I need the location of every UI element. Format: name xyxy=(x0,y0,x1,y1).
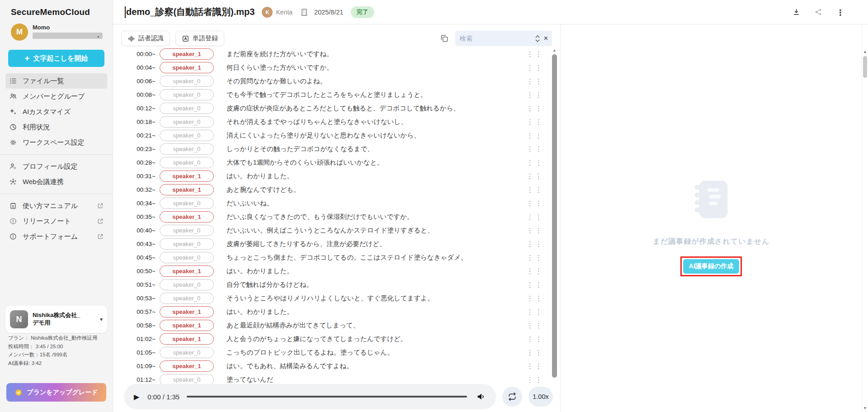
row-text[interactable]: そういうところやはりメリハリよくしないと、すぐ悪化してますよ。 xyxy=(226,294,434,303)
speaker-badge[interactable]: speaker_1 xyxy=(160,320,214,331)
row-menu-icon[interactable]: ⋮ ⋮ xyxy=(527,93,542,97)
row-text[interactable]: それが消えるまでやっぱりちゃんと塗らなきゃいけないし、 xyxy=(226,118,407,126)
volume-icon[interactable] xyxy=(476,392,486,402)
scroll-up-icon[interactable]: ▲ xyxy=(552,48,557,52)
seek-bar[interactable] xyxy=(187,396,467,398)
row-menu-icon[interactable]: ⋮ ⋮ xyxy=(527,256,542,260)
transcript-row[interactable]: 00:40~ speaker_0 だいぶいい。例えばこういうところなんかステロイ… xyxy=(127,223,560,237)
transcript-row[interactable]: 00:28~ speaker_0 大体でも1週間からそのくらい頑張ればいいかなと… xyxy=(127,156,560,169)
sidebar-item-support-form[interactable]: サポートフォーム xyxy=(5,229,107,244)
transcript-row[interactable]: 00:50~ speaker_1 はい。わかりました。 ⋮ ⋮ xyxy=(127,264,560,278)
row-text[interactable]: 皮膚が萎縮してきたりするから、注意が必要だけど、 xyxy=(226,240,386,248)
row-menu-icon[interactable]: ⋮ ⋮ xyxy=(527,120,542,124)
row-menu-icon[interactable]: ⋮ ⋮ xyxy=(527,310,542,314)
row-menu-icon[interactable]: ⋮ ⋮ xyxy=(527,323,542,327)
row-text[interactable]: はい。わかりました。 xyxy=(226,308,293,316)
row-menu-icon[interactable]: ⋮ ⋮ xyxy=(527,174,542,178)
row-menu-icon[interactable]: ⋮ ⋮ xyxy=(527,215,542,219)
repeat-button[interactable] xyxy=(502,387,522,407)
row-menu-icon[interactable]: ⋮ ⋮ xyxy=(527,296,542,300)
row-text[interactable]: はい。わかりました。 xyxy=(226,267,293,275)
sidebar-item-members-groups[interactable]: メンバーとグループ xyxy=(5,89,107,104)
speaker-badge[interactable]: speaker_1 xyxy=(160,211,214,223)
speaker-badge[interactable]: speaker_1 xyxy=(160,306,214,317)
scroll-down-icon[interactable]: ▼ xyxy=(862,406,868,410)
scrollbar-thumb[interactable] xyxy=(863,56,867,78)
row-text[interactable]: はい。でもあれ、結構染みるんですよね。 xyxy=(226,362,353,370)
sidebar-item-web-meeting[interactable]: Web会議連携 xyxy=(5,174,107,189)
speaker-badge[interactable]: speaker_1 xyxy=(160,48,214,60)
speaker-badge[interactable]: speaker_0 xyxy=(160,252,214,263)
upgrade-plan-button[interactable]: プランをアップグレード xyxy=(6,383,106,402)
sidebar-item-usage[interactable]: 利用状況 xyxy=(5,119,107,135)
row-text[interactable]: まだ前座を続けた方がいいですね。 xyxy=(226,50,333,58)
row-text[interactable]: だいぶいいね。 xyxy=(226,199,274,208)
speaker-badge[interactable]: speaker_0 xyxy=(160,374,214,384)
transcript-row[interactable]: 00:34~ speaker_0 だいぶいいね。 ⋮ ⋮ xyxy=(127,196,560,210)
transcript-row[interactable]: 01:02~ speaker_1 人と会うのがちょっと嫌になってきてしまったんで… xyxy=(127,332,560,346)
transcript-row[interactable]: 00:06~ speaker_0 その質問なかなか難しいのよね。 ⋮ ⋮ xyxy=(127,74,560,88)
speaker-badge[interactable]: speaker_0 xyxy=(160,225,214,236)
row-text[interactable]: しっかりとその触ったデコボコがなくなるまで、 xyxy=(226,145,374,153)
transcript-row[interactable]: 00:32~ speaker_1 あと腕なんですけども。 ⋮ ⋮ xyxy=(127,183,560,196)
transcript-row[interactable]: 01:05~ speaker_0 こっちのプロトピック出してるよね。塗ってるじゃ… xyxy=(127,346,560,359)
play-icon[interactable]: ▶ xyxy=(134,393,139,401)
transcript-row[interactable]: 00:12~ speaker_0 皮膚の症状が炎症があるところだとしても触ると、… xyxy=(127,101,560,115)
more-options-icon[interactable]: ⋮ xyxy=(836,8,844,16)
sidebar-item-workspace-settings[interactable]: ワークスペース設定 xyxy=(5,135,107,150)
transcript-row[interactable]: 00:04~ speaker_1 何日くらい塗った方がいいですか。 ⋮ ⋮ xyxy=(127,61,560,74)
speaker-badge[interactable]: speaker_0 xyxy=(160,198,214,209)
chevron-down-icon[interactable]: ▾ xyxy=(100,316,103,322)
search-input[interactable] xyxy=(460,35,533,42)
speaker-badge[interactable]: speaker_0 xyxy=(160,293,214,304)
row-menu-icon[interactable]: ⋮ ⋮ xyxy=(527,283,542,287)
row-text[interactable]: あと腕なんですけども。 xyxy=(226,185,300,194)
speaker-recognition-button[interactable]: 話者認識 xyxy=(121,31,170,46)
row-text[interactable]: 何日くらい塗った方がいいですか。 xyxy=(226,63,333,72)
scroll-up-icon[interactable]: ▲ xyxy=(862,50,868,54)
sidebar-item-manual[interactable]: 使い方マニュアル xyxy=(5,198,107,213)
workspace-card[interactable]: N Nishika株式会社_デモ用 ▾ xyxy=(5,306,107,333)
row-menu-icon[interactable]: ⋮ ⋮ xyxy=(527,228,542,232)
page-scrollbar[interactable]: ▲ ▼ xyxy=(862,24,868,412)
row-menu-icon[interactable]: ⋮ ⋮ xyxy=(527,147,542,151)
transcript-row[interactable]: 00:35~ speaker_1 だいぶ良くなってきたので、もう保湿剤だけでもい… xyxy=(127,210,560,223)
transcript-row[interactable]: 00:08~ speaker_0 でも今手で触ってデコボコしたところをちゃんと塗… xyxy=(127,88,560,101)
speaker-badge[interactable]: speaker_0 xyxy=(160,279,214,290)
row-menu-icon[interactable]: ⋮ ⋮ xyxy=(527,337,542,341)
row-menu-icon[interactable]: ⋮ ⋮ xyxy=(527,269,542,273)
row-menu-icon[interactable]: ⋮ ⋮ xyxy=(527,79,542,83)
transcript-row[interactable]: 00:57~ speaker_1 はい。わかりました。 ⋮ ⋮ xyxy=(127,305,560,318)
row-text[interactable]: 自分で触れば分かるけどね。 xyxy=(226,280,313,289)
speaker-badge[interactable]: speaker_0 xyxy=(160,116,214,128)
speaker-badge[interactable]: speaker_0 xyxy=(160,238,214,250)
transcript-scrollbar[interactable]: ▲ xyxy=(552,48,557,382)
transcript-row[interactable]: 00:23~ speaker_0 しっかりとその触ったデコボコがなくなるまで、 … xyxy=(127,142,560,156)
row-text[interactable]: 人と会うのがちょっと嫌になってきてしまったんですけど。 xyxy=(226,335,407,343)
search-stepper[interactable] xyxy=(535,35,540,42)
transcript-row[interactable]: 00:58~ speaker_1 あと最近顔が結構赤みが出てきてしまって、 ⋮ … xyxy=(127,318,560,332)
row-text[interactable]: 消えにくいよったら塗りが足りないと思わなきゃいけないから、 xyxy=(226,131,420,140)
create-ai-minutes-button[interactable]: AI議事録の作成 xyxy=(683,259,739,274)
sidebar-item-ai-customize[interactable]: AIカスタマイズ xyxy=(5,104,107,119)
speaker-badge[interactable]: speaker_1 xyxy=(160,333,214,345)
row-menu-icon[interactable]: ⋮ ⋮ xyxy=(527,133,542,137)
share-icon[interactable] xyxy=(814,8,823,16)
speaker-badge[interactable]: speaker_0 xyxy=(160,157,214,168)
row-text[interactable]: だいぶ良くなってきたので、もう保湿剤だけでもいいですか。 xyxy=(226,213,413,221)
row-text[interactable]: だいぶいい。例えばこういうところなんかステロイド塗りすぎると、 xyxy=(226,226,434,235)
start-transcription-button[interactable]: + 文字起こしを開始 xyxy=(8,50,104,67)
row-menu-icon[interactable]: ⋮ ⋮ xyxy=(527,350,542,355)
row-text[interactable]: 皮膚の症状が炎症があるところだとしても触ると、デコボコして触れるから、 xyxy=(226,104,460,113)
row-menu-icon[interactable]: ⋮ ⋮ xyxy=(527,106,542,110)
transcript-row[interactable]: 01:12~ speaker_0 塗ってないんだ ⋮ ⋮ xyxy=(127,373,560,384)
transcript-row[interactable]: 00:45~ speaker_0 ちょっとこっち側また、デコボコしてるの。ここは… xyxy=(127,251,560,264)
row-text[interactable]: 塗ってないんだ xyxy=(226,375,274,384)
transcript-row[interactable]: 00:53~ speaker_0 そういうところやはりメリハリよくしないと、すぐ… xyxy=(127,291,560,305)
transcript-row[interactable]: 00:00~ speaker_1 まだ前座を続けた方がいいですね。 ⋮ ⋮ xyxy=(127,47,560,61)
row-menu-icon[interactable]: ⋮ ⋮ xyxy=(527,66,542,70)
row-text[interactable]: あと最近顔が結構赤みが出てきてしまって、 xyxy=(226,321,359,330)
word-registration-button[interactable]: 単語登録 xyxy=(175,31,224,46)
scrollbar-thumb[interactable] xyxy=(552,54,557,378)
row-menu-icon[interactable]: ⋮ ⋮ xyxy=(527,364,542,368)
